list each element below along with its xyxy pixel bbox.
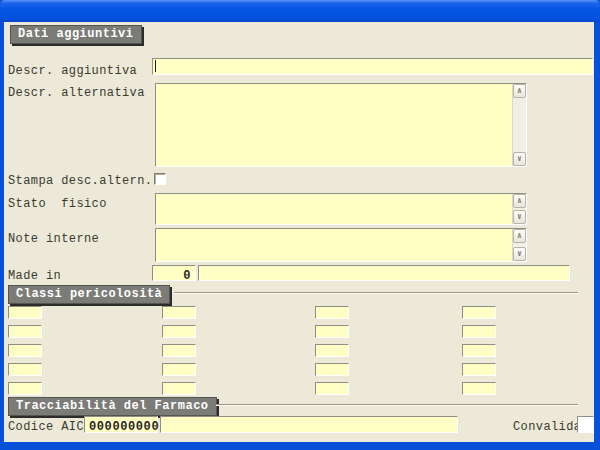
classe-pericolosita-cell[interactable]: [8, 363, 42, 376]
descr-alternativa-textarea[interactable]: ∧ ∨: [155, 83, 527, 167]
classe-pericolosita-cell[interactable]: [462, 306, 496, 319]
descr-alternativa-value: [156, 84, 512, 166]
classe-pericolosita-cell[interactable]: [462, 382, 496, 395]
stato-fisico-label: Stato fisico: [8, 197, 107, 211]
scroll-down-icon[interactable]: ∨: [513, 152, 526, 166]
codice-aic-description-input[interactable]: [160, 416, 458, 433]
classi-column-4: [462, 306, 496, 401]
classi-column-1: [8, 306, 42, 401]
stampa-desc-altern-checkbox[interactable]: [154, 173, 166, 185]
classe-pericolosita-cell[interactable]: [315, 363, 349, 376]
classi-column-2: [162, 306, 196, 401]
scroll-down-icon[interactable]: ∨: [513, 247, 526, 261]
scroll-up-icon[interactable]: ∧: [513, 229, 526, 243]
scroll-down-icon[interactable]: ∨: [513, 210, 526, 224]
classe-pericolosita-cell[interactable]: [162, 382, 196, 395]
descr-aggiuntiva-input[interactable]: [152, 58, 593, 75]
scroll-up-icon[interactable]: ∧: [513, 84, 526, 98]
made-in-code-value: 0: [179, 268, 195, 284]
codice-aic-label: Codice AIC: [8, 420, 84, 434]
text-cursor: [155, 60, 156, 72]
made-in-description-input[interactable]: [198, 265, 570, 281]
made-in-code-input[interactable]: 0: [152, 265, 196, 281]
classe-pericolosita-cell[interactable]: [315, 344, 349, 357]
stato-fisico-textarea[interactable]: ∧ ∨: [155, 193, 527, 225]
app-window: Dati aggiuntivi Descr. aggiuntiva Descr.…: [0, 0, 600, 450]
codice-aic-input[interactable]: 000000000: [84, 416, 158, 433]
classe-pericolosita-cell[interactable]: [162, 344, 196, 357]
scrollbar-track[interactable]: [513, 98, 526, 152]
section-divider: [174, 292, 578, 294]
stato-fisico-value: [156, 194, 512, 224]
window-titlebar[interactable]: [0, 0, 600, 22]
note-interne-textarea[interactable]: ∧ ∨: [155, 228, 527, 262]
made-in-label: Made in: [8, 269, 61, 283]
note-interne-label: Note interne: [8, 232, 99, 246]
codice-aic-description-value: [161, 419, 169, 435]
convalida-label: Convalida: [513, 420, 581, 434]
classi-column-3: [315, 306, 349, 401]
form-content: Dati aggiuntivi Descr. aggiuntiva Descr.…: [4, 22, 594, 442]
classe-pericolosita-cell[interactable]: [315, 325, 349, 338]
note-interne-scrollbar[interactable]: ∧ ∨: [512, 229, 526, 261]
convalida-input[interactable]: [577, 416, 594, 433]
classe-pericolosita-cell[interactable]: [315, 306, 349, 319]
classe-pericolosita-cell[interactable]: [162, 306, 196, 319]
classe-pericolosita-cell[interactable]: [8, 344, 42, 357]
classe-pericolosita-cell[interactable]: [162, 363, 196, 376]
classe-pericolosita-cell[interactable]: [162, 325, 196, 338]
section-header-dati-aggiuntivi: Dati aggiuntivi: [10, 25, 142, 44]
codice-aic-value: 000000000: [85, 419, 163, 435]
classe-pericolosita-cell[interactable]: [462, 344, 496, 357]
made-in-description-value: [199, 268, 207, 284]
descr-alternativa-scrollbar[interactable]: ∧ ∨: [512, 84, 526, 166]
section-header-classi-pericolosita: Classi pericolosità: [8, 285, 170, 304]
classe-pericolosita-cell[interactable]: [8, 325, 42, 338]
section-divider: [216, 404, 578, 406]
classe-pericolosita-cell[interactable]: [462, 325, 496, 338]
descr-aggiuntiva-label: Descr. aggiuntiva: [8, 64, 137, 78]
scroll-up-icon[interactable]: ∧: [513, 194, 526, 208]
section-header-tracciabilita: Tracciabilità del Farmaco: [8, 397, 217, 416]
stampa-desc-altern-label: Stampa desc.altern.: [8, 174, 152, 188]
stato-fisico-scrollbar[interactable]: ∧ ∨: [512, 194, 526, 224]
classe-pericolosita-cell[interactable]: [315, 382, 349, 395]
classe-pericolosita-cell[interactable]: [462, 363, 496, 376]
descr-alternativa-label: Descr. alternativa: [8, 86, 145, 100]
classe-pericolosita-cell[interactable]: [8, 306, 42, 319]
convalida-value: [578, 419, 586, 435]
note-interne-value: [156, 229, 512, 261]
classe-pericolosita-cell[interactable]: [8, 382, 42, 395]
